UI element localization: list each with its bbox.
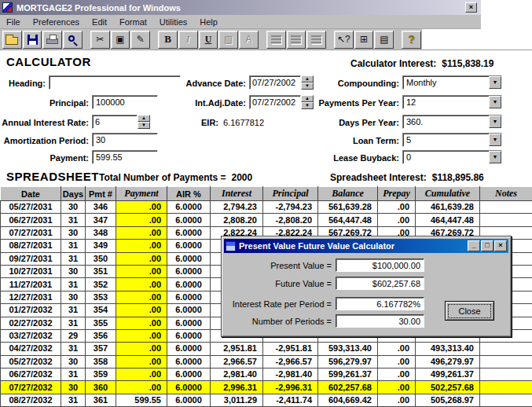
cell-notes[interactable]	[480, 201, 532, 214]
cell-air[interactable]: 6.0000	[167, 317, 211, 329]
cell-cumulative[interactable]: 499,261.37	[416, 368, 480, 381]
cell-air[interactable]: 6.0000	[167, 329, 211, 342]
cell-pmt[interactable]: 352	[86, 278, 116, 291]
print-button[interactable]	[42, 31, 62, 49]
cell-date[interactable]: 01/27/2032	[1, 304, 61, 317]
cell-payment[interactable]: .00	[116, 381, 167, 394]
cell-days[interactable]: 31	[61, 317, 86, 329]
dialog-maximize-button[interactable]: □	[481, 240, 493, 251]
advance-date-input[interactable]	[249, 75, 301, 90]
cell-principal[interactable]: -2,411.74	[263, 394, 318, 406]
italic-button[interactable]: I	[178, 31, 198, 49]
cell-balance[interactable]: 599,261.37	[318, 368, 378, 381]
cell-interest[interactable]: 2,981.40	[211, 368, 263, 381]
cell-pmt[interactable]: 353	[86, 291, 116, 303]
cell-prepay[interactable]: .00	[378, 343, 416, 355]
payments-per-year-select[interactable]: 12 ▼	[402, 95, 502, 109]
cell-payment[interactable]: .00	[116, 252, 167, 265]
cell-air[interactable]: 6.0000	[167, 381, 211, 394]
cell-interest[interactable]: 2,808.20	[211, 214, 263, 226]
column-header-principal[interactable]: Principal	[263, 187, 318, 201]
cell-air[interactable]: 6.0000	[167, 343, 211, 355]
cell-days[interactable]: 30	[61, 381, 86, 394]
cell-days[interactable]: 31	[61, 368, 86, 381]
cell-cumulative[interactable]: 461,639.28	[416, 201, 480, 214]
bold-button[interactable]: B	[158, 31, 178, 49]
align-right-button[interactable]	[306, 31, 326, 49]
cell-date[interactable]: 07/27/2032	[1, 381, 61, 394]
cell-date[interactable]: 09/27/2031	[1, 252, 61, 265]
cell-notes[interactable]	[480, 343, 532, 355]
cell-pmt[interactable]: 347	[86, 214, 116, 226]
dialog-minimize-button[interactable]: _	[468, 240, 480, 251]
cell-payment[interactable]: 599.55	[116, 394, 167, 406]
cell-balance[interactable]: 593,313.40	[318, 343, 378, 355]
highlight-button[interactable]: ▨	[218, 31, 238, 49]
dialog-title-bar[interactable]: Present Value Future Value Calculator _ …	[224, 239, 508, 253]
cell-air[interactable]: 6.0000	[167, 291, 211, 303]
cell-date[interactable]: 12/27/2031	[1, 291, 61, 303]
cell-date[interactable]: 05/27/2031	[1, 201, 61, 214]
cell-days[interactable]: 31	[61, 252, 86, 265]
cell-air[interactable]: 6.0000	[167, 278, 211, 291]
cell-air[interactable]: 6.0000	[167, 201, 211, 214]
cell-interest[interactable]: 3,011.29	[211, 394, 263, 406]
column-header-air[interactable]: AIR %	[167, 187, 211, 201]
cell-pmt[interactable]: 361	[86, 394, 116, 406]
cell-cumulative[interactable]: 496,279.97	[416, 355, 480, 368]
open-button[interactable]	[2, 31, 22, 49]
cell-date[interactable]: 06/27/2031	[1, 214, 61, 226]
cell-notes[interactable]	[480, 355, 532, 368]
cell-principal[interactable]: -2,951.81	[263, 343, 318, 355]
cell-date[interactable]: 08/27/2031	[1, 240, 61, 252]
cell-days[interactable]: 29	[61, 329, 86, 342]
cell-pmt[interactable]: 360	[86, 381, 116, 394]
column-header-date[interactable]: Date	[1, 187, 61, 201]
principal-input[interactable]	[92, 95, 158, 109]
cell-air[interactable]: 6.0000	[167, 226, 211, 239]
close-button[interactable]: ×	[465, 2, 477, 13]
cell-payment[interactable]: .00	[116, 317, 167, 329]
cell-payment[interactable]: .00	[116, 343, 167, 355]
cell-payment[interactable]: .00	[116, 291, 167, 303]
cell-notes[interactable]	[480, 368, 532, 381]
cell-days[interactable]: 30	[61, 201, 86, 214]
column-header-prepay[interactable]: Prepay	[378, 187, 416, 201]
export-button[interactable]: ⊞	[354, 31, 374, 49]
payment-input[interactable]	[92, 150, 158, 164]
dialog-close-x-button[interactable]: ×	[494, 240, 507, 251]
cell-date[interactable]: 07/27/2031	[1, 226, 61, 239]
cell-cumulative[interactable]: 493,313.40	[416, 343, 480, 355]
cell-days[interactable]: 31	[61, 304, 86, 317]
heading-input[interactable]	[49, 75, 181, 90]
menu-edit[interactable]: Edit	[86, 17, 113, 27]
cell-date[interactable]: 08/27/2032	[1, 394, 61, 406]
font-button[interactable]: A	[239, 31, 259, 49]
cell-pmt[interactable]: 358	[86, 355, 116, 368]
cell-balance[interactable]: 564,447.48	[318, 214, 378, 226]
copy-button[interactable]: ▣	[111, 31, 130, 49]
cell-air[interactable]: 6.0000	[167, 394, 211, 406]
cell-cumulative[interactable]: 505,268.97	[416, 394, 480, 406]
cell-prepay[interactable]: .00	[378, 394, 416, 406]
dialog-field-input[interactable]	[336, 277, 424, 290]
preview-button[interactable]	[63, 31, 83, 49]
dropdown-arrow-icon[interactable]: ▼	[489, 116, 501, 128]
cell-balance[interactable]: 596,279.97	[318, 355, 378, 368]
underline-button[interactable]: U	[199, 31, 218, 49]
spin-down-button[interactable]: ▼	[138, 122, 150, 129]
cell-principal[interactable]: -2,808.20	[263, 214, 318, 226]
cell-date[interactable]: 06/27/2032	[1, 368, 61, 381]
cell-payment[interactable]: .00	[116, 226, 167, 239]
cell-payment[interactable]: .00	[116, 278, 167, 291]
cell-prepay[interactable]: .00	[378, 355, 416, 368]
cut-button[interactable]: ✂	[90, 31, 110, 49]
menu-utilities[interactable]: Utilities	[153, 17, 193, 27]
cell-air[interactable]: 6.0000	[167, 214, 211, 226]
cell-pmt[interactable]: 348	[86, 226, 116, 239]
cell-payment[interactable]: .00	[116, 368, 167, 381]
cell-date[interactable]: 05/27/2032	[1, 355, 61, 368]
cell-days[interactable]: 30	[61, 355, 86, 368]
amortization-input[interactable]	[92, 133, 158, 147]
cell-pmt[interactable]: 354	[86, 304, 116, 317]
